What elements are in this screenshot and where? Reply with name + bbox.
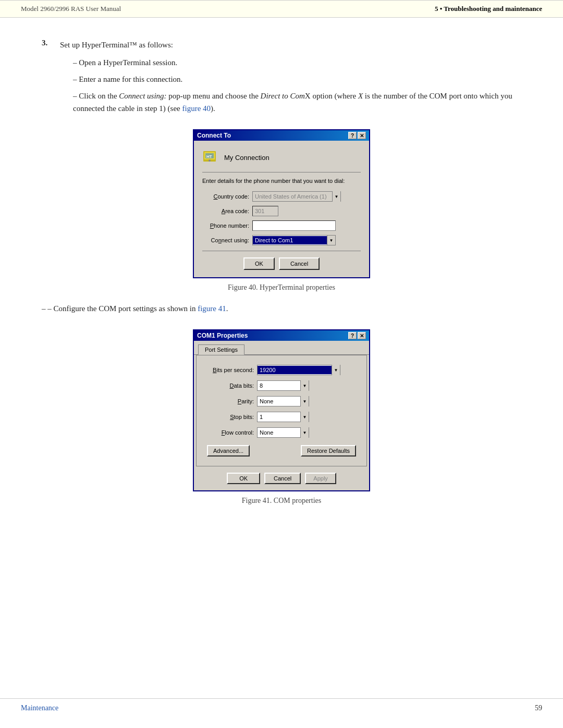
figure40-link[interactable]: figure 40 — [182, 104, 211, 113]
step-number: 3. — [42, 39, 57, 51]
connect-using-row: Connect using: Direct to Com1 ▼ — [202, 235, 361, 245]
footer-section-label: Maintenance — [21, 704, 58, 712]
connect-to-dialog: Connect To ? ✕ HT — [193, 129, 370, 278]
country-code-value: United States of America (1) — [253, 192, 332, 201]
main-content: 3. Set up HyperTerminal™ as follows: Ope… — [0, 18, 563, 547]
dialog-description: Enter details for the phone number that … — [202, 178, 361, 184]
com1-cancel-button[interactable]: Cancel — [264, 473, 301, 484]
country-code-field: United States of America (1) ▼ — [252, 191, 341, 202]
advanced-button[interactable]: Advanced... — [207, 445, 250, 456]
header-right-text: 5 • Troubleshooting and maintenance — [435, 5, 542, 13]
connect-using-italic: Connect using: — [119, 92, 166, 100]
configure-before: – Configure the COM port settings as sho… — [47, 304, 198, 313]
stop-bits-arrow[interactable]: ▼ — [300, 412, 309, 422]
flow-control-row: Flow control: None ▼ — [207, 427, 356, 438]
header-bar: Model 2960/2996 RAS User Manual 5 • Trou… — [0, 0, 563, 18]
connect-using-value: Direct to Com1 — [253, 236, 327, 244]
area-code-label: Area code: — [202, 208, 249, 214]
dialog-cancel-button[interactable]: Cancel — [279, 257, 320, 270]
titlebar-buttons: ? ✕ — [348, 132, 366, 139]
com1-extra-buttons-row: Advanced... Restore Defaults — [207, 445, 356, 456]
sub-item-open-session-text: Open a HyperTerminal session. — [79, 58, 177, 67]
phone-number-input[interactable] — [252, 220, 336, 231]
com1-close-button[interactable]: ✕ — [358, 332, 366, 339]
data-bits-value: 8 — [258, 381, 300, 390]
country-dropdown-arrow[interactable]: ▼ — [332, 191, 340, 202]
stop-bits-select[interactable]: 1 ▼ — [257, 412, 309, 422]
com1-help-button[interactable]: ? — [348, 332, 357, 339]
sub-item-click-connect-middle: pop-up menu and choose the — [167, 92, 261, 100]
direct-to-com-italic: Direct to Com — [261, 92, 305, 100]
parity-select[interactable]: None ▼ — [257, 396, 309, 406]
com1-title-text: COM1 Properties — [197, 332, 248, 339]
connection-icon-row: HT My Connection — [202, 149, 361, 166]
com1-titlebar: COM1 Properties ? ✕ — [194, 330, 369, 341]
dialog-ok-button[interactable]: OK — [243, 257, 275, 270]
dialog-divider-top — [202, 172, 361, 172]
com1-tab-bar: Port Settings — [194, 341, 369, 355]
area-code-input[interactable] — [252, 206, 278, 216]
bits-per-second-arrow[interactable]: ▼ — [332, 365, 340, 375]
com1-titlebar-title-area: COM1 Properties — [197, 332, 248, 339]
data-bits-row: Data bits: 8 ▼ — [207, 380, 356, 391]
sub-item-click-connect: Click on the Connect using: pop-up menu … — [73, 90, 521, 115]
figure40-caption: Figure 40. HyperTerminal properties — [42, 283, 521, 292]
sub-item-open-session: Open a HyperTerminal session. — [73, 56, 521, 69]
connect-using-label: Connect using: — [202, 237, 249, 243]
stop-bits-value: 1 — [258, 413, 300, 421]
connect-using-select[interactable]: Direct to Com1 ▼ — [252, 235, 336, 245]
bits-per-second-label: Bits per second: — [207, 367, 254, 373]
figure41-caption: Figure 41. COM properties — [42, 497, 521, 505]
connect-using-arrow[interactable]: ▼ — [327, 236, 335, 245]
data-bits-select[interactable]: 8 ▼ — [257, 380, 309, 391]
page-number: 59 — [535, 704, 542, 712]
port-settings-tab[interactable]: Port Settings — [198, 344, 244, 355]
com1-body: Bits per second: 19200 ▼ Data bits: 8 ▼ — [196, 355, 367, 466]
flow-control-label: Flow control: — [207, 429, 254, 436]
figure41-link[interactable]: figure 41 — [198, 304, 226, 313]
connect-to-title-text: Connect To — [197, 132, 231, 139]
step-text: Set up HyperTerminal™ as follows: — [60, 39, 173, 51]
stop-bits-row: Stop bits: 1 ▼ — [207, 412, 356, 422]
step-3-line: 3. Set up HyperTerminal™ as follows: — [42, 39, 521, 51]
svg-text:HT: HT — [206, 154, 212, 159]
phone-number-row: Phone number: — [202, 220, 361, 231]
stop-bits-label: Stop bits: — [207, 414, 254, 420]
flow-control-value: None — [258, 428, 300, 437]
connect-to-body: HT My Connection Enter details for the p… — [194, 141, 369, 277]
data-bits-label: Data bits: — [207, 382, 254, 389]
connection-icon: HT — [202, 149, 219, 166]
page-footer: Maintenance 59 — [0, 698, 563, 712]
flow-control-select[interactable]: None ▼ — [257, 427, 309, 438]
bits-per-second-value: 19200 — [258, 366, 332, 374]
com1-properties-dialog: COM1 Properties ? ✕ Port Settings Bits p… — [193, 329, 370, 491]
country-code-label: Country code: — [202, 193, 249, 200]
country-code-row: Country code: United States of America (… — [202, 191, 361, 202]
sub-item-enter-name: Enter a name for this connection. — [73, 73, 521, 85]
com1-ok-button[interactable]: OK — [227, 473, 260, 484]
dialog-close-button[interactable]: ✕ — [358, 132, 366, 139]
flow-control-arrow[interactable]: ▼ — [300, 427, 309, 438]
configure-after: . — [226, 304, 228, 313]
bits-per-second-select[interactable]: 19200 ▼ — [257, 365, 340, 375]
sub-items-list: Open a HyperTerminal session. Enter a na… — [73, 56, 521, 115]
parity-label: Parity: — [207, 398, 254, 404]
parity-arrow[interactable]: ▼ — [300, 396, 309, 406]
parity-row: Parity: None ▼ — [207, 396, 356, 406]
data-bits-arrow[interactable]: ▼ — [300, 380, 309, 391]
com1-button-row: OK Cancel Apply — [194, 468, 369, 490]
com1-apply-button[interactable]: Apply — [305, 473, 336, 484]
phone-number-label: Phone number: — [202, 223, 249, 229]
com1-titlebar-buttons: ? ✕ — [348, 332, 366, 339]
dialog-divider-bottom — [202, 251, 361, 251]
bits-per-second-row: Bits per second: 19200 ▼ — [207, 365, 356, 375]
connection-name-label: My Connection — [224, 154, 270, 162]
area-code-row: Area code: — [202, 206, 361, 216]
svg-point-2 — [209, 159, 211, 162]
titlebar-title-area: Connect To — [197, 132, 231, 139]
sub-item-enter-name-text: Enter a name for this connection. — [79, 75, 182, 83]
dialog-button-row: OK Cancel — [202, 257, 361, 270]
sub-item-click-connect-before: Click on the — [79, 92, 119, 100]
dialog-help-button[interactable]: ? — [348, 132, 357, 139]
restore-defaults-button[interactable]: Restore Defaults — [301, 445, 356, 456]
